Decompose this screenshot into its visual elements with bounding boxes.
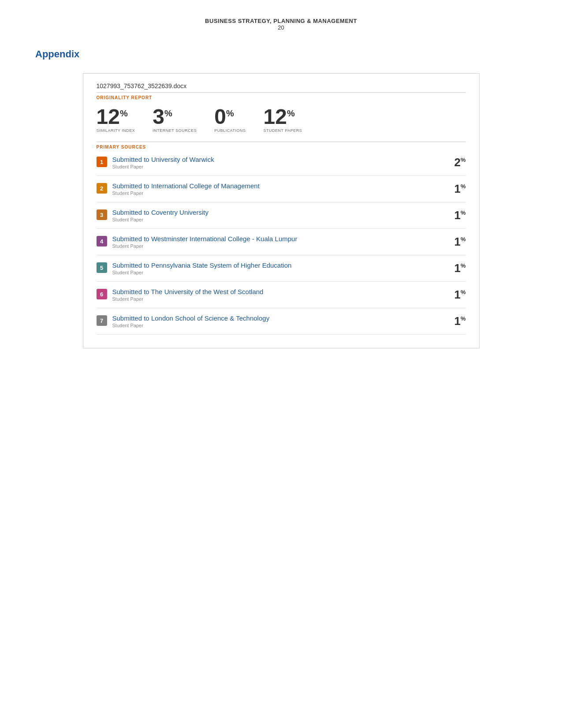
- metric-percent-sign: %: [120, 108, 128, 118]
- metric-label: SIMILARITY INDEX: [97, 128, 135, 133]
- source-title: Submitted to Coventry University: [112, 209, 208, 216]
- source-item: 7 Submitted to London School of Science …: [97, 308, 466, 335]
- source-type: Student Paper: [112, 243, 298, 249]
- source-title: Submitted to University of Warwick: [112, 156, 214, 163]
- source-percent: 1%: [444, 288, 466, 302]
- percent-sign: %: [461, 262, 466, 269]
- appendix-title: Appendix: [35, 49, 527, 60]
- source-left: 4 Submitted to Westminster International…: [97, 235, 444, 249]
- source-left: 3 Submitted to Coventry University Stude…: [97, 209, 444, 222]
- source-percent: 1%: [444, 314, 466, 328]
- source-type: Student Paper: [112, 270, 292, 275]
- source-left: 1 Submitted to University of Warwick Stu…: [97, 156, 444, 169]
- metric-percent-sign: %: [226, 108, 234, 118]
- percent-sign: %: [461, 209, 466, 216]
- source-percent: 1%: [444, 182, 466, 196]
- sources-list: 1 Submitted to University of Warwick Stu…: [97, 149, 466, 335]
- source-badge: 5: [97, 262, 107, 273]
- source-percent: 1%: [444, 261, 466, 275]
- source-item: 5 Submitted to Pennsylvania State System…: [97, 255, 466, 282]
- source-percent: 1%: [444, 235, 466, 249]
- source-item: 1 Submitted to University of Warwick Stu…: [97, 149, 466, 176]
- metric-item: 12% SIMILARITY INDEX: [97, 106, 135, 133]
- source-left: 7 Submitted to London School of Science …: [97, 314, 444, 328]
- source-info: Submitted to Westminster International C…: [112, 235, 298, 249]
- source-left: 6 Submitted to The University of the Wes…: [97, 288, 444, 302]
- metric-number: 3%: [153, 106, 172, 127]
- source-info: Submitted to University of Warwick Stude…: [112, 156, 214, 169]
- source-left: 2 Submitted to International College of …: [97, 182, 444, 196]
- metric-item: 3% INTERNET SOURCES: [153, 106, 197, 133]
- source-type: Student Paper: [112, 296, 264, 302]
- source-title: Submitted to London School of Science & …: [112, 314, 270, 322]
- report-container: 1027993_753762_3522639.docx ORIGINALITY …: [83, 73, 480, 348]
- metric-number: 12%: [97, 106, 128, 127]
- metrics-row: 12% SIMILARITY INDEX 3% INTERNET SOURCES…: [97, 106, 466, 133]
- source-info: Submitted to Coventry University Student…: [112, 209, 208, 222]
- source-percent: 2%: [444, 156, 466, 169]
- metric-item: 12% STUDENT PAPERS: [264, 106, 302, 133]
- primary-sources-label: PRIMARY SOURCES: [97, 142, 466, 149]
- source-item: 3 Submitted to Coventry University Stude…: [97, 202, 466, 229]
- page-number: 20: [35, 24, 527, 31]
- page-header: BUSINESS STRATEGY, PLANNING & MANAGEMENT…: [35, 18, 527, 31]
- document-title: BUSINESS STRATEGY, PLANNING & MANAGEMENT: [35, 18, 527, 24]
- percent-sign: %: [461, 315, 466, 322]
- source-badge: 6: [97, 289, 107, 299]
- metric-percent-sign: %: [164, 108, 172, 118]
- metric-number: 0%: [214, 106, 234, 127]
- source-percent: 1%: [444, 209, 466, 222]
- source-badge: 2: [97, 183, 107, 194]
- source-item: 6 Submitted to The University of the Wes…: [97, 282, 466, 308]
- source-badge: 3: [97, 209, 107, 220]
- source-title: Submitted to International College of Ma…: [112, 182, 260, 190]
- source-left: 5 Submitted to Pennsylvania State System…: [97, 261, 444, 275]
- filename: 1027993_753762_3522639.docx: [97, 82, 466, 90]
- percent-sign: %: [461, 289, 466, 295]
- source-item: 4 Submitted to Westminster International…: [97, 229, 466, 255]
- source-badge: 1: [97, 157, 107, 167]
- originality-label: ORIGINALITY REPORT: [97, 92, 466, 100]
- metric-label: PUBLICATIONS: [214, 128, 246, 133]
- source-type: Student Paper: [112, 190, 260, 196]
- metric-percent-sign: %: [287, 108, 295, 118]
- source-info: Submitted to The University of the West …: [112, 288, 264, 302]
- source-info: Submitted to Pennsylvania State System o…: [112, 261, 292, 275]
- source-info: Submitted to International College of Ma…: [112, 182, 260, 196]
- source-title: Submitted to The University of the West …: [112, 288, 264, 295]
- percent-sign: %: [461, 236, 466, 243]
- metric-label: STUDENT PAPERS: [264, 128, 302, 133]
- source-type: Student Paper: [112, 217, 208, 222]
- percent-sign: %: [461, 157, 466, 163]
- metric-label: INTERNET SOURCES: [153, 128, 197, 133]
- metric-item: 0% PUBLICATIONS: [214, 106, 246, 133]
- source-badge: 7: [97, 315, 107, 326]
- source-badge: 4: [97, 236, 107, 246]
- source-type: Student Paper: [112, 164, 214, 169]
- source-title: Submitted to Pennsylvania State System o…: [112, 261, 292, 269]
- source-item: 2 Submitted to International College of …: [97, 176, 466, 202]
- source-info: Submitted to London School of Science & …: [112, 314, 270, 328]
- metric-number: 12%: [264, 106, 295, 127]
- source-type: Student Paper: [112, 323, 270, 328]
- percent-sign: %: [461, 183, 466, 190]
- source-title: Submitted to Westminster International C…: [112, 235, 298, 243]
